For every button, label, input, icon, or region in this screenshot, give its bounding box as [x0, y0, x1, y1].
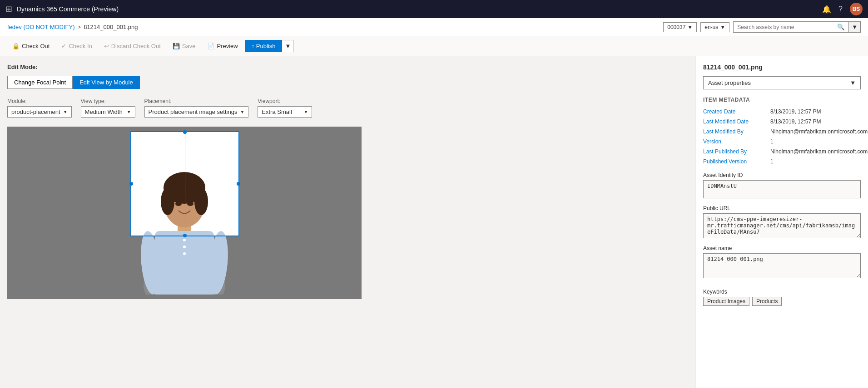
metadata-row: Last Modified ByNiholman@rmfabrikam.onmi… [703, 128, 861, 135]
edit-view-module-button[interactable]: Edit View by Module [73, 76, 140, 89]
controls-row: Module: product-placement ▼ View type: M… [7, 98, 688, 118]
image-canvas[interactable] [7, 127, 362, 299]
search-assets-input[interactable] [734, 22, 833, 32]
notification-icon[interactable]: 🔔 [822, 5, 831, 14]
metadata-key: Published Version [703, 158, 767, 165]
discard-icon: ↩ [104, 43, 109, 49]
metadata-value: 8/13/2019, 12:57 PM [770, 108, 861, 115]
view-type-control: View type: Medium Width ▼ [81, 98, 135, 118]
item-metadata-title: ITEM METADATA [703, 97, 861, 103]
metadata-value: 8/13/2019, 12:57 PM [770, 118, 861, 125]
module-label: Module: [7, 98, 72, 104]
asset-name-field[interactable] [703, 253, 861, 278]
search-assets-button[interactable]: 🔍 [833, 22, 848, 32]
edit-mode-label: Edit Mode: [7, 64, 688, 70]
toolbar: 🔒 Check Out ✓ Check In ↩ Discard Check O… [0, 36, 868, 56]
metadata-key: Last Modified Date [703, 118, 767, 125]
metadata-key: Last Published By [703, 148, 767, 155]
checkin-icon: ✓ [61, 43, 66, 49]
metadata-value: Niholman@rmfabrikam.onmicrosoft.com [770, 128, 868, 135]
search-dropdown-arrow[interactable]: ▼ [848, 22, 860, 32]
public-url-label: Public URL [703, 205, 861, 211]
keyword-tag[interactable]: Product Images [703, 297, 749, 306]
svg-point-9 [183, 252, 186, 255]
change-focal-point-button[interactable]: Change Focal Point [7, 76, 73, 89]
publish-button[interactable]: ↑ Publish [245, 40, 283, 52]
keywords-label: Keywords [703, 289, 861, 295]
preview-button[interactable]: 📄 Preview [202, 40, 243, 52]
breadcrumb-separator: > [78, 24, 81, 30]
keyword-tags: Product ImagesProducts [703, 297, 861, 306]
asset-name-label: Asset name [703, 245, 861, 251]
placement-label: Placement: [144, 98, 249, 104]
metadata-key: Last Modified By [703, 128, 767, 135]
svg-point-5 [161, 188, 174, 215]
svg-point-14 [175, 201, 182, 206]
viewport-control: Viewport: Extra Small ▼ [258, 98, 312, 118]
metadata-value: 1 [770, 138, 861, 145]
module-control: Module: product-placement ▼ [7, 98, 72, 118]
metadata-row: Created Date8/13/2019, 12:57 PM [703, 108, 861, 115]
svg-point-6 [194, 188, 208, 215]
app-grid-icon[interactable]: ⊞ [5, 4, 12, 14]
keywords-section: Keywords Product ImagesProducts [703, 289, 861, 306]
keyword-tag[interactable]: Products [752, 297, 782, 306]
panel-filename: 81214_000_001.png [703, 64, 861, 71]
viewport-label: Viewport: [258, 98, 312, 104]
person-image [100, 131, 268, 295]
metadata-row: Published Version1 [703, 158, 861, 165]
svg-point-7 [183, 239, 186, 241]
metadata-key: Version [703, 138, 767, 145]
avatar[interactable]: BS [850, 3, 863, 15]
main-layout: Edit Mode: Change Focal Point Edit View … [0, 56, 868, 388]
mode-buttons: Change Focal Point Edit View by Module [7, 76, 688, 89]
asset-properties-dropdown[interactable]: Asset properties ▼ [703, 76, 861, 89]
metadata-value: 1 [770, 158, 861, 165]
svg-point-8 [183, 246, 186, 248]
breadcrumb-bar: fedev (DO NOT MODIFY) > 81214_000_001.pn… [0, 18, 868, 36]
breadcrumb-link[interactable]: fedev (DO NOT MODIFY) [7, 24, 75, 30]
save-icon: 💾 [173, 43, 180, 49]
metadata-row: Version1 [703, 138, 861, 145]
publish-dropdown[interactable]: ▼ [282, 40, 294, 52]
asset-identity-field[interactable] [703, 180, 861, 198]
right-panel: 81214_000_001.png Asset properties ▼ ITE… [695, 56, 868, 388]
top-navigation: ⊞ Dynamics 365 Commerce (Preview) 🔔 ? BS [0, 0, 868, 18]
app-title: Dynamics 365 Commerce (Preview) [17, 5, 818, 13]
preview-icon: 📄 [207, 43, 214, 49]
metadata-value: Niholman@rmfabrikam.onmicrosoft.com [770, 148, 868, 155]
locale-dropdown[interactable]: en-us ▼ [700, 22, 729, 32]
asset-identity-label: Asset Identity ID [703, 172, 861, 178]
view-type-label: View type: [81, 98, 135, 104]
chevron-down-icon: ▼ [850, 79, 856, 86]
checkin-button[interactable]: ✓ Check In [56, 40, 97, 52]
checkout-button[interactable]: 🔒 Check Out [7, 40, 55, 52]
help-icon[interactable]: ? [838, 5, 843, 13]
search-assets-box: 🔍 ▼ [733, 21, 861, 33]
store-dropdown[interactable]: 000037 ▼ [663, 22, 697, 32]
breadcrumb-current: 81214_000_001.png [84, 24, 138, 30]
metadata-row: Last Published ByNiholman@rmfabrikam.onm… [703, 148, 861, 155]
metadata-row: Last Modified Date8/13/2019, 12:57 PM [703, 118, 861, 125]
svg-point-15 [187, 201, 193, 206]
save-button[interactable]: 💾 Save [168, 40, 201, 52]
metadata-key: Created Date [703, 108, 767, 115]
module-dropdown[interactable]: product-placement ▼ [7, 106, 72, 118]
placement-control: Placement: Product placement image setti… [144, 98, 249, 118]
content-area: Edit Mode: Change Focal Point Edit View … [0, 56, 695, 388]
placement-dropdown[interactable]: Product placement image settings ▼ [144, 106, 249, 118]
publish-icon: ↑ [252, 43, 255, 49]
discard-button[interactable]: ↩ Discard Check Out [99, 40, 166, 52]
metadata-table: Created Date8/13/2019, 12:57 PMLast Modi… [703, 108, 861, 165]
lock-icon: 🔒 [12, 43, 20, 49]
viewport-dropdown[interactable]: Extra Small ▼ [258, 106, 312, 118]
public-url-field[interactable] [703, 213, 861, 238]
view-type-dropdown[interactable]: Medium Width ▼ [81, 106, 135, 118]
